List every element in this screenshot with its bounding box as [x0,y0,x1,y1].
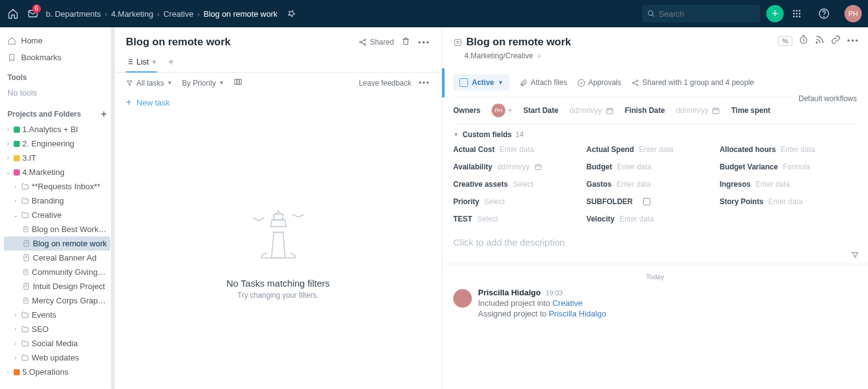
activity-link[interactable]: Creative [552,298,582,308]
custom-field[interactable]: Creative assetsSelect [453,177,587,191]
columns-icon[interactable] [234,78,242,88]
activity-author[interactable]: Priscilla Hidalgo [478,288,541,297]
tree-folder[interactable]: ⌄4.Marketing [4,165,110,179]
link-icon[interactable] [831,35,841,47]
svg-rect-32 [606,108,613,114]
percent-icon[interactable]: % [778,36,793,46]
tree-folder[interactable]: ›1.Analytics + BI [4,122,110,136]
tree-folder[interactable]: ›3.IT [4,151,110,165]
tree-folder[interactable]: ›2. Engineering [4,136,110,151]
activity-link[interactable]: Priscilla Hidalgo [549,309,606,318]
tree-item[interactable]: Blog on Best Workplac... [4,222,110,236]
search-field[interactable] [659,9,755,19]
today-label: Today [453,269,857,288]
owner-avatar[interactable]: PH [492,104,505,117]
shared-button[interactable]: Shared [358,38,394,47]
custom-field[interactable]: BudgetEnter data [587,160,720,174]
custom-field[interactable]: IngresosEnter data [720,177,853,191]
help-icon[interactable] [817,7,831,20]
search-input[interactable] [642,5,760,22]
custom-field[interactable]: Budget VarianceFormula [720,160,853,174]
home-icon[interactable] [6,7,20,20]
svg-rect-34 [535,165,541,170]
tree-folder[interactable]: ›5.Operations [4,365,110,379]
tree-item[interactable]: Blog on remote work [4,236,110,251]
approvals-button[interactable]: Approvals [577,78,621,87]
pin-icon[interactable] [285,7,298,20]
add-button[interactable]: + [766,5,784,22]
add-location-icon[interactable]: + [537,51,542,61]
finish-date-input[interactable]: dd/mm/yy [676,106,708,115]
time-spent-label: Time spent [731,106,770,115]
crumb[interactable]: Creative [163,9,193,19]
tree-folder[interactable]: ›Web updates [4,351,110,365]
svg-point-26 [817,42,818,43]
rss-icon[interactable] [815,35,825,47]
timer-icon[interactable] [799,35,808,47]
calendar-icon[interactable] [606,107,614,115]
attach-files-button[interactable]: Attach files [520,78,567,87]
sidebar-home[interactable]: Home [4,32,110,49]
add-folder-icon[interactable]: + [101,109,107,120]
start-date-input[interactable]: dd/mm/yy [570,106,602,115]
svg-rect-33 [713,108,719,114]
custom-field[interactable]: Actual SpendEnter data [587,143,720,156]
custom-field[interactable]: SUBFOLDER [587,195,720,208]
tree-item[interactable]: Intuit Design Project [4,279,110,293]
filter-all-tasks[interactable]: All tasks ▼ [126,79,172,87]
add-view-button[interactable]: + [168,56,174,68]
tree-item[interactable]: Community Giving Cre... [4,265,110,279]
empty-state: No Tasks matching filters Try changing y… [115,112,441,389]
tree-item[interactable]: Mercy Corps Graphic ... [4,293,110,308]
tree-folder[interactable]: ›Social Media [4,336,110,351]
trash-icon[interactable] [401,37,410,48]
custom-fields-toggle[interactable]: ▼ Custom fields 14 [453,124,857,143]
more-icon[interactable]: ••• [418,38,430,47]
no-tools: No tools [4,84,110,101]
shared-with-button[interactable]: Shared with 1 group and 4 people [631,78,754,87]
apps-icon[interactable] [790,7,804,20]
new-task-button[interactable]: + New task [115,93,441,112]
tree-folder[interactable]: ›SEO [4,322,110,336]
tree-item[interactable]: Cereal Banner Ad [4,251,110,265]
activity-filter-icon[interactable] [851,251,859,261]
custom-field[interactable]: Story PointsEnter data [720,195,853,208]
activity-avatar [453,289,472,308]
svg-point-3 [796,10,798,12]
inbox-badge: 6 [32,4,41,13]
custom-field[interactable]: GastosEnter data [587,177,720,191]
crumb[interactable]: b. Departments [46,9,101,19]
more-icon[interactable]: ••• [418,79,430,87]
empty-title: No Tasks matching filters [226,278,329,288]
detail-location[interactable]: 4.Marketing/Creative [464,51,533,60]
add-owner-icon[interactable]: + [508,106,512,115]
leave-feedback-link[interactable]: Leave feedback [359,79,412,87]
custom-field[interactable]: Availabilitydd/mm/yy [453,160,587,174]
detail-title[interactable]: Blog on remote work [466,36,571,48]
crumb[interactable]: 4.Marketing [111,9,153,19]
custom-field[interactable]: PrioritySelect [453,195,587,208]
status-dropdown[interactable]: Active▼ [453,74,510,91]
avatar[interactable]: PH [844,5,862,22]
tree-folder[interactable]: ›Branding [4,194,110,208]
custom-field[interactable]: Actual CostEnter data [453,143,587,156]
custom-field[interactable]: VelocityEnter data [587,212,720,226]
tree-folder[interactable]: ⌄Creative [4,208,110,222]
tools-header: Tools [4,66,110,84]
custom-field[interactable]: Allocated hoursEnter data [720,143,853,156]
bookmark-icon [7,53,16,62]
sidebar-bookmarks[interactable]: Bookmarks [4,49,110,66]
default-workflows-link[interactable]: Default workflows [799,94,857,103]
description-input[interactable]: Click to add the description [453,226,857,259]
tab-list[interactable]: List ▼ [126,52,157,73]
inbox-icon[interactable]: 6 [26,7,40,20]
svg-point-10 [799,16,800,17]
more-icon[interactable]: ••• [847,36,859,45]
tree-folder[interactable]: ›Events [4,308,110,322]
projects-header: Projects and Folders + [4,101,110,122]
project-icon [453,38,463,47]
calendar-icon[interactable] [712,107,720,115]
custom-field[interactable]: TESTSelect [453,212,587,226]
tree-folder[interactable]: ›**Requests Inbox** [4,179,110,194]
sort-by-priority[interactable]: By Priority ▼ [182,79,224,87]
